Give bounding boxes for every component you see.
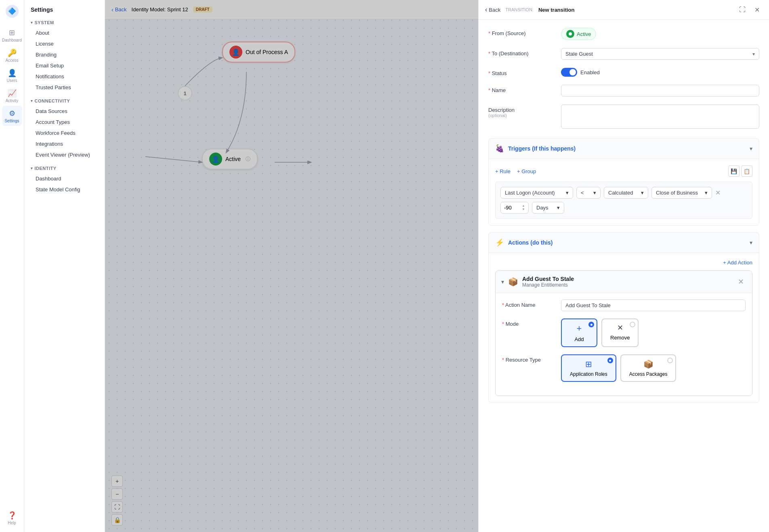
chevron-down-icon: ▾ [752, 51, 755, 57]
action-mode-label: * Mode [502, 318, 555, 327]
trigger-type-select[interactable]: Calculated ▾ [604, 187, 648, 199]
name-value [561, 85, 759, 96]
nav-section-identity[interactable]: ▾ IDENTITY [24, 163, 105, 173]
access-icon: 🔑 [8, 48, 17, 57]
action-type-icon: 📦 [508, 277, 518, 287]
add-group-button[interactable]: + Group [517, 168, 536, 174]
action-resource-type-label: * Resource Type [502, 354, 555, 363]
trigger-toolbar: + Rule + Group 💾 📋 [495, 165, 752, 177]
nav-section-connectivity[interactable]: ▾ CONNECTIVITY [24, 96, 105, 106]
description-row: Description (optional) [488, 105, 759, 130]
nav-panel-title: Settings [24, 6, 105, 18]
mode-options: + Add ✕ Remove [561, 318, 746, 347]
panel-back-button[interactable]: ‹ Back [485, 6, 500, 13]
trigger-remove-button[interactable]: ✕ [715, 189, 721, 197]
actions-section-body: + Add Action ▾ 📦 Add Guest To Stale Mana… [489, 253, 759, 402]
sidebar-item-activity[interactable]: 📈 Activity [2, 86, 22, 106]
actions-section: ⚡ Actions (do this) ▾ + Add Action ▾ 📦 [488, 232, 759, 403]
action-collapse-button[interactable]: ▾ [501, 279, 504, 285]
sidebar-item-settings[interactable]: ⚙ Settings [2, 106, 22, 126]
nav-item-trusted-parties[interactable]: Trusted Parties [24, 82, 105, 93]
nav-item-branding[interactable]: Branding [24, 49, 105, 60]
activity-icon: 📈 [8, 89, 17, 98]
trigger-operator-select[interactable]: < ▾ [576, 187, 601, 199]
trigger-reference-select[interactable]: Close of Business ▾ [651, 187, 712, 199]
nav-item-integrations[interactable]: Integrations [24, 138, 105, 149]
resource-type-app-roles[interactable]: ⊞ Application Roles [561, 354, 616, 382]
mode-option-add[interactable]: + Add [561, 318, 597, 347]
sidebar-item-label: Dashboard [2, 38, 22, 42]
from-source-pill: Active [561, 28, 596, 40]
triggers-section-header[interactable]: 🍇 Triggers (If this happens) ▾ [489, 138, 759, 159]
add-action-button[interactable]: + Add Action [723, 260, 752, 266]
description-input[interactable] [561, 105, 759, 129]
sidebar-item-help[interactable]: ❓ Help [2, 508, 22, 528]
chevron-down-icon: ▾ [566, 190, 569, 196]
action-resource-type-value: ⊞ Application Roles 📦 Access Packages [561, 354, 746, 382]
expand-panel-button[interactable]: ⛶ [737, 4, 748, 15]
action-name-input[interactable] [561, 300, 746, 311]
action-card-header: ▾ 📦 Add Guest To Stale Manage Entitlemen… [496, 271, 752, 293]
trigger-number-input: ▲ ▼ [500, 202, 529, 214]
sidebar-item-access[interactable]: 🔑 Access [2, 45, 22, 65]
trigger-unit-select[interactable]: Days ▾ [532, 202, 564, 214]
nav-item-account-types[interactable]: Account Types [24, 117, 105, 128]
nav-section-system[interactable]: ▾ SYSTEM [24, 18, 105, 27]
trigger-icon-buttons: 💾 📋 [728, 165, 752, 177]
to-destination-select[interactable]: Stale Guest ▾ [561, 48, 759, 60]
right-panel: ‹ Back TRANSITION: New transition ⛶ ✕ * … [478, 0, 769, 532]
add-rule-button[interactable]: + Rule [495, 168, 511, 174]
toggle-knob [569, 69, 576, 75]
resource-type-radio-access-packages [667, 358, 673, 363]
nav-item-license[interactable]: License [24, 38, 105, 49]
sidebar-item-label: Access [5, 58, 18, 63]
nav-item-notifications[interactable]: Notifications [24, 71, 105, 82]
nav-item-state-model-config[interactable]: State Model Config [24, 184, 105, 195]
nav-item-workforce-feeds[interactable]: Workforce Feeds [24, 128, 105, 138]
name-input[interactable] [561, 85, 759, 96]
actions-chevron-icon: ▾ [750, 239, 752, 246]
nav-item-email-setup[interactable]: Email Setup [24, 60, 105, 71]
chevron-down-icon: ▾ [31, 99, 33, 103]
add-action-row: + Add Action [495, 260, 752, 266]
sidebar-item-dashboard[interactable]: ⊞ Dashboard [2, 25, 22, 45]
settings-icon: ⚙ [9, 109, 15, 118]
action-card: ▾ 📦 Add Guest To Stale Manage Entitlemen… [495, 270, 752, 396]
status-toggle-label: Enabled [580, 69, 600, 75]
spinner-up-button[interactable]: ▲ [522, 204, 525, 207]
number-spinner: ▲ ▼ [522, 204, 525, 211]
sidebar: 🔷 ⊞ Dashboard 🔑 Access 👤 Users 📈 Activit… [0, 0, 24, 532]
trigger-add-buttons: + Rule + Group [495, 168, 536, 174]
actions-header-left: ⚡ Actions (do this) [495, 238, 553, 247]
actions-icon: ⚡ [495, 238, 504, 247]
panel-header-actions: ⛶ ✕ [737, 4, 763, 15]
action-body: * Action Name * Mode [496, 293, 752, 396]
trigger-rule-second-row: ▲ ▼ Days ▾ [500, 202, 747, 214]
actions-section-header[interactable]: ⚡ Actions (do this) ▾ [489, 232, 759, 253]
mode-option-remove[interactable]: ✕ Remove [601, 318, 639, 347]
triggers-title: Triggers (If this happens) [508, 145, 576, 152]
status-value: Enabled [561, 68, 759, 77]
status-toggle[interactable] [561, 68, 577, 77]
nav-item-event-viewer[interactable]: Event Viewer (Preview) [24, 149, 105, 160]
nav-item-data-sources[interactable]: Data Sources [24, 106, 105, 117]
spinner-down-button[interactable]: ▼ [522, 208, 525, 211]
chevron-down-icon: ▾ [31, 21, 33, 25]
trigger-number-field[interactable] [504, 205, 520, 211]
chevron-down-icon: ▾ [705, 190, 708, 196]
sidebar-item-label: Help [8, 521, 16, 525]
svg-text:🔷: 🔷 [8, 7, 16, 15]
trigger-field-select[interactable]: Last Logon (Account) ▾ [500, 187, 573, 199]
nav-item-about[interactable]: About [24, 27, 105, 38]
action-name-value [561, 300, 746, 311]
close-action-button[interactable]: ✕ [735, 276, 746, 287]
close-panel-button[interactable]: ✕ [751, 4, 763, 15]
trigger-copy-icon-button[interactable]: 📋 [741, 165, 752, 177]
users-icon: 👤 [8, 69, 17, 77]
nav-item-identity-dashboard[interactable]: Dashboard [24, 173, 105, 184]
resource-type-access-packages[interactable]: 📦 Access Packages [620, 354, 677, 382]
remove-mode-icon: ✕ [617, 323, 623, 332]
trigger-save-icon-button[interactable]: 💾 [728, 165, 740, 177]
chevron-down-icon: ▾ [31, 166, 33, 170]
sidebar-item-users[interactable]: 👤 Users [2, 65, 22, 86]
